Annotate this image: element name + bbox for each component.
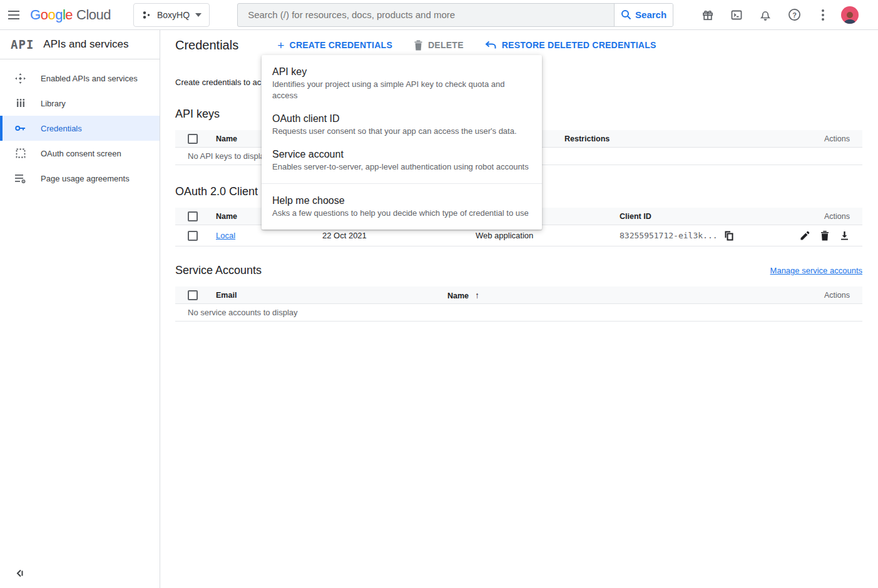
more-options-icon[interactable] [816, 8, 830, 22]
sidebar-item-credentials[interactable]: Credentials [0, 116, 160, 141]
project-selector[interactable]: BoxyHQ [133, 3, 210, 27]
page-usage-icon [15, 173, 26, 184]
sidebar-title: APIs and services [43, 38, 128, 51]
sidebar-nav: Enabled APIs and services Library Creden… [0, 59, 160, 191]
sort-ascending-icon[interactable]: ↑ [475, 290, 479, 300]
plus-icon: + [277, 39, 284, 51]
logo-cloud-text: Cloud [76, 7, 111, 23]
menu-item-description: Asks a few questions to help you decide … [272, 208, 531, 219]
copy-icon[interactable] [724, 230, 735, 241]
select-all-checkbox[interactable] [188, 134, 198, 144]
api-keys-empty-text: No API keys to displa [188, 151, 265, 161]
undo-icon [485, 41, 497, 49]
column-header-client-id: Client ID [620, 212, 787, 221]
menu-item-help-me-choose[interactable]: Help me choose Asks a few questions to h… [262, 189, 542, 225]
column-header-restrictions: Restrictions [564, 134, 800, 143]
service-accounts-heading: Service Accounts [175, 264, 262, 277]
create-credentials-label: CREATE CREDENTIALS [290, 40, 392, 50]
topbar-icons: ? [701, 8, 830, 22]
service-accounts-empty-row: No service accounts to display [175, 304, 862, 322]
logo-letter: e [65, 7, 73, 23]
sidebar-item-oauth-consent[interactable]: OAuth consent screen [0, 141, 160, 166]
search-button-label: Search [635, 9, 666, 20]
notifications-bell-icon[interactable] [758, 8, 772, 22]
row-checkbox[interactable] [188, 231, 198, 241]
hamburger-menu-icon[interactable] [0, 0, 28, 30]
cloud-shell-icon[interactable] [730, 8, 743, 22]
google-cloud-console: G o o g l e Cloud BoxyHQ Search [0, 0, 878, 588]
manage-service-accounts-link[interactable]: Manage service accounts [770, 266, 862, 275]
menu-item-description: Requests user consent so that your app c… [272, 126, 531, 137]
project-icon [141, 10, 151, 20]
chevron-down-icon [195, 13, 202, 17]
column-header-actions: Actions [800, 134, 850, 143]
menu-divider [262, 183, 542, 184]
oauth-consent-icon [15, 148, 26, 159]
edit-icon[interactable] [799, 230, 810, 241]
trash-icon [414, 40, 423, 51]
help-icon[interactable]: ? [787, 8, 801, 22]
sidebar-item-library[interactable]: Library [0, 91, 160, 116]
sidebar-item-label: Page usage agreements [41, 174, 130, 183]
page-title: Credentials [175, 38, 238, 53]
column-header-name[interactable]: Name↑ [447, 290, 800, 300]
menu-item-service-account[interactable]: Service account Enables server-to-server… [262, 143, 542, 178]
oauth-client-id: 83255951712-eil3k... [620, 231, 718, 240]
logo-letter: G [30, 7, 41, 23]
search-icon [621, 9, 631, 20]
logo-letter: o [48, 7, 55, 23]
svg-text:?: ? [792, 11, 797, 19]
logo-letter: o [41, 7, 48, 23]
sidebar-item-label: OAuth consent screen [41, 149, 121, 158]
service-accounts-empty-text: No service accounts to display [188, 308, 298, 317]
menu-item-description: Enables server-to-server, app-level auth… [272, 161, 531, 173]
restore-label: RESTORE DELETED CREDENTIALS [502, 40, 656, 50]
user-avatar[interactable] [841, 6, 859, 24]
service-accounts-table-header: Email Name↑ Actions [175, 286, 862, 304]
delete-label: DELETE [428, 40, 464, 50]
sidebar-item-label: Library [41, 99, 66, 108]
name-label: Name [447, 291, 469, 300]
api-logo-icon: API [11, 38, 34, 51]
top-bar: G o o g l e Cloud BoxyHQ Search [0, 0, 878, 30]
menu-item-api-key[interactable]: API key Identifies your project using a … [262, 60, 542, 107]
delete-button[interactable]: DELETE [414, 40, 464, 51]
oauth-client-type: Web application [476, 231, 620, 240]
sidebar-item-enabled-apis[interactable]: Enabled APIs and services [0, 66, 160, 91]
google-cloud-logo[interactable]: G o o g l e Cloud [30, 7, 111, 23]
menu-item-title: Help me choose [272, 194, 531, 207]
menu-item-title: API key [272, 65, 531, 78]
menu-item-oauth-client-id[interactable]: OAuth client ID Requests user consent so… [262, 107, 542, 143]
collapse-sidebar-icon[interactable] [15, 569, 24, 578]
column-header-email: Email [216, 291, 447, 300]
select-all-checkbox[interactable] [188, 211, 198, 221]
library-icon [15, 98, 26, 109]
column-header-actions: Actions [800, 291, 850, 300]
oauth-client-name-link[interactable]: Local [216, 231, 235, 240]
create-credentials-button[interactable]: + CREATE CREDENTIALS [277, 39, 392, 51]
restore-deleted-credentials-button[interactable]: RESTORE DELETED CREDENTIALS [485, 40, 656, 50]
menu-item-description: Identifies your project using a simple A… [272, 79, 531, 101]
sidebar-header: API APIs and services [0, 30, 160, 59]
download-icon[interactable] [839, 230, 850, 241]
service-accounts-heading-row: Service Accounts Manage service accounts [175, 264, 862, 277]
search-button[interactable]: Search [614, 4, 673, 26]
oauth-client-creation-date: 22 Oct 2021 [322, 231, 476, 240]
project-name: BoxyHQ [157, 10, 190, 20]
sidebar-item-page-usage[interactable]: Page usage agreements [0, 166, 160, 191]
sidebar: API APIs and services Enabled APIs and s… [0, 30, 160, 588]
gift-icon[interactable] [701, 8, 715, 22]
menu-item-title: Service account [272, 148, 531, 161]
search-input[interactable] [238, 4, 614, 26]
delete-row-icon[interactable] [819, 230, 830, 241]
service-accounts-table: Email Name↑ Actions No service accounts … [175, 286, 862, 322]
column-header-actions: Actions [787, 212, 850, 221]
key-icon [15, 123, 26, 134]
menu-item-title: OAuth client ID [272, 112, 531, 125]
select-all-checkbox[interactable] [188, 290, 198, 300]
logo-letter: g [55, 7, 63, 23]
create-credentials-menu: API key Identifies your project using a … [262, 55, 542, 230]
enabled-apis-icon [15, 73, 26, 84]
global-search: Search [237, 3, 673, 27]
sidebar-item-label: Credentials [41, 124, 82, 133]
